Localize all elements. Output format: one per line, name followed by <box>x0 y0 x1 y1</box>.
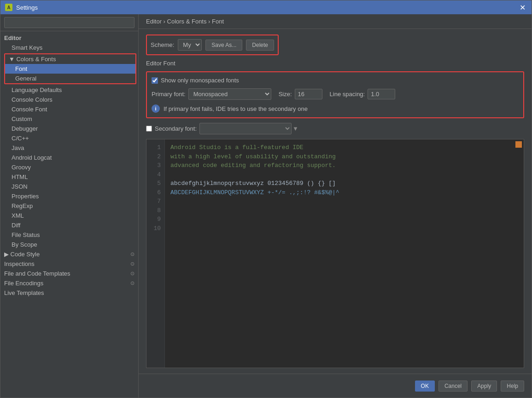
sidebar-item-code-style-label: ▶ Code Style <box>4 251 130 258</box>
sidebar-item-live-templates-row[interactable]: Live Templates <box>0 288 138 298</box>
font-settings-row: Primary font: Monospaced Size: Line spac… <box>152 88 519 100</box>
primary-font-group: Primary font: Monospaced <box>152 88 271 100</box>
sidebar-item-debugger[interactable]: Debugger <box>0 124 138 133</box>
size-label: Size: <box>279 91 292 98</box>
delete-button[interactable]: Delete <box>246 40 274 51</box>
info-icon: i <box>152 104 160 113</box>
search-input[interactable] <box>4 17 134 28</box>
code-line-4 <box>170 170 518 179</box>
sidebar-item-properties[interactable]: Properties <box>0 191 138 201</box>
cancel-button[interactable]: Cancel <box>438 381 468 392</box>
secondary-font-label: Secondary font: <box>155 125 197 132</box>
file-code-templates-icon: ⊙ <box>130 271 134 277</box>
help-button[interactable]: Help <box>501 381 524 392</box>
title-bar-left: A Settings <box>5 4 38 11</box>
line-num-9: 9 <box>150 215 161 224</box>
ok-button[interactable]: OK <box>415 381 435 392</box>
title-bar: A Settings ✕ <box>0 0 532 14</box>
sidebar-item-json[interactable]: JSON <box>0 182 138 191</box>
sidebar-item-file-encodings-row[interactable]: File Encodings ⊙ <box>0 278 138 288</box>
save-as-button[interactable]: Save As... <box>205 40 242 51</box>
sidebar-tree: Editor Smart Keys ▼ Colors & Fonts Font … <box>0 31 138 398</box>
code-line-8 <box>170 206 518 215</box>
sidebar-item-editor[interactable]: Editor <box>0 33 138 43</box>
line-num-1: 1 <box>150 143 161 152</box>
secondary-font-dropdown-icon: ▼ <box>292 125 298 132</box>
sidebar-item-regexp[interactable]: RegExp <box>0 201 138 211</box>
editor-font-label: Editor Font <box>146 60 524 67</box>
code-content: Android Studio is a full-featured IDE wi… <box>165 139 524 368</box>
apply-button[interactable]: Apply <box>471 381 497 392</box>
show-monospaced-checkbox[interactable] <box>152 77 158 84</box>
search-bar <box>0 14 138 31</box>
breadcrumb: Editor › Colors & Fonts › Font <box>139 14 532 29</box>
line-num-6: 6 <box>150 188 161 197</box>
code-style-icon: ⊙ <box>130 251 134 257</box>
sidebar-item-console-colors[interactable]: Console Colors <box>0 95 138 104</box>
main-content: Editor Smart Keys ▼ Colors & Fonts Font … <box>0 14 532 398</box>
code-line-1: Android Studio is a full-featured IDE <box>170 143 518 152</box>
size-input[interactable] <box>295 89 322 99</box>
sidebar-item-cpp[interactable]: C/C++ <box>0 133 138 143</box>
code-line-5: abcdefghijklmnopqrstuvwxyz 0123456789 ()… <box>170 179 518 188</box>
sidebar: Editor Smart Keys ▼ Colors & Fonts Font … <box>0 14 139 398</box>
inspections-icon: ⊙ <box>130 261 134 267</box>
sidebar-item-colors-fonts[interactable]: ▼ Colors & Fonts <box>5 54 135 64</box>
line-num-7: 7 <box>150 197 161 206</box>
sidebar-item-inspections-row[interactable]: Inspections ⊙ <box>0 259 138 269</box>
secondary-font-row: Secondary font: ▼ <box>146 123 524 134</box>
sidebar-item-file-code-templates-row[interactable]: File and Code Templates ⊙ <box>0 269 138 278</box>
sidebar-item-file-code-templates-label: File and Code Templates <box>4 270 130 277</box>
scheme-row: Scheme: My Save As... Delete <box>146 35 279 55</box>
sidebar-item-language-defaults[interactable]: Language Defaults <box>0 85 138 95</box>
window-title: Settings <box>16 4 38 11</box>
code-preview-inner: 1 2 3 4 5 6 7 8 9 10 Android Studi <box>146 139 524 368</box>
scheme-label: Scheme: <box>151 41 174 48</box>
sidebar-item-inspections-label: Inspections <box>4 260 130 267</box>
sidebar-item-general[interactable]: General <box>5 74 135 83</box>
secondary-font-checkbox[interactable] <box>146 126 152 132</box>
secondary-font-select[interactable] <box>199 123 292 134</box>
primary-font-select[interactable]: Monospaced <box>188 88 271 100</box>
close-button[interactable]: ✕ <box>518 3 527 12</box>
footer: OK Cancel Apply Help <box>139 374 532 398</box>
line-num-10: 10 <box>150 224 161 233</box>
info-text: If primary font fails, IDE tries to use … <box>164 105 308 112</box>
code-line-2: with a high level of usability and outst… <box>170 152 518 162</box>
font-options-box: Show only monospaced fonts Primary font:… <box>146 71 524 118</box>
show-monospaced-label: Show only monospaced fonts <box>161 77 239 84</box>
settings-content: Scheme: My Save As... Delete Editor Font… <box>139 29 532 374</box>
code-line-10 <box>170 224 518 233</box>
line-num-4: 4 <box>150 170 161 179</box>
line-numbers: 1 2 3 4 5 6 7 8 9 10 <box>146 139 165 368</box>
sidebar-item-smart-keys[interactable]: Smart Keys <box>0 43 138 52</box>
settings-window: A Settings ✕ Editor Smart Keys ▼ Colors … <box>0 0 532 398</box>
line-num-2: 2 <box>150 152 161 162</box>
info-row: i If primary font fails, IDE tries to us… <box>152 104 519 113</box>
sidebar-item-html[interactable]: HTML <box>0 172 138 182</box>
line-num-8: 8 <box>150 206 161 215</box>
code-preview: 1 2 3 4 5 6 7 8 9 10 Android Studi <box>146 139 524 368</box>
sidebar-item-android-logcat[interactable]: Android Logcat <box>0 153 138 162</box>
corner-marker <box>515 141 522 148</box>
sidebar-item-file-encodings-label: File Encodings <box>4 280 130 287</box>
code-line-7 <box>170 197 518 206</box>
colors-fonts-outline: ▼ Colors & Fonts Font General <box>4 53 136 84</box>
scheme-select[interactable]: My <box>178 39 202 51</box>
sidebar-item-diff[interactable]: Diff <box>0 220 138 230</box>
primary-font-label: Primary font: <box>152 91 186 98</box>
sidebar-item-xml[interactable]: XML <box>0 211 138 220</box>
app-icon: A <box>5 4 12 11</box>
sidebar-item-by-scope[interactable]: By Scope <box>0 240 138 249</box>
sidebar-item-java[interactable]: Java <box>0 143 138 153</box>
line-num-3: 3 <box>150 161 161 170</box>
sidebar-item-code-style-row[interactable]: ▶ Code Style ⊙ <box>0 249 138 259</box>
sidebar-item-groovy[interactable]: Groovy <box>0 162 138 172</box>
line-spacing-label: Line spacing: <box>330 91 365 98</box>
sidebar-item-custom[interactable]: Custom <box>0 114 138 124</box>
sidebar-item-font[interactable]: Font <box>5 64 135 74</box>
sidebar-item-file-status[interactable]: File Status <box>0 230 138 240</box>
line-spacing-input[interactable] <box>368 89 395 99</box>
sidebar-item-console-font[interactable]: Console Font <box>0 104 138 114</box>
sidebar-item-live-templates-label: Live Templates <box>4 289 134 296</box>
